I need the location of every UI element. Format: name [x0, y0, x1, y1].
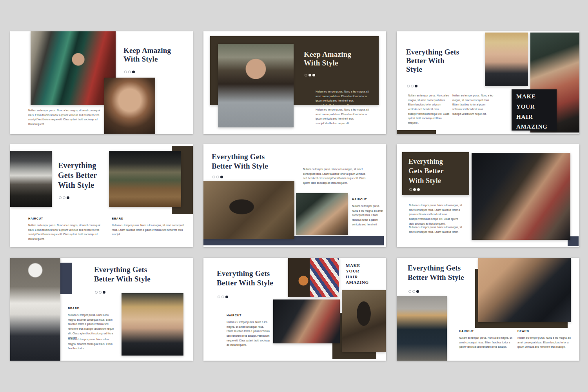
pagination-dots [212, 176, 223, 178]
pagination-dot [95, 291, 98, 294]
slide-title: Everything Gets Better With Style [58, 161, 113, 190]
section-heading-haircut: HAIRCUT [352, 198, 367, 201]
photo-blond-undercut-back [122, 293, 183, 356]
slide-thumbnail-3[interactable]: MAKE YOUR HAIR AMAZING Everything Gets B… [397, 31, 579, 134]
photo-beard-portrait [104, 78, 155, 134]
pagination-dot [412, 290, 415, 293]
photo-barber-cutting-hair [10, 151, 52, 207]
navy-accent-rect [60, 263, 72, 294]
pagination-dot [128, 71, 131, 73]
pagination-dot [221, 296, 224, 298]
pagination-dot [99, 291, 102, 294]
section-body-beard: Nullam eu tempor purus. Nunc a leo magna… [517, 336, 572, 349]
slide-thumbnail-8[interactable]: MAKE YOUR HAIR AMAZING Everything Gets B… [203, 258, 386, 361]
pagination-dot [103, 291, 105, 294]
pagination-dot [407, 85, 410, 87]
slide-thumbnail-2[interactable]: Keep Amazing With Style Nullam eu tempor… [203, 31, 386, 134]
slide-body-column-1: Nullam eu tempor purus. Nunc a leo magna… [408, 93, 450, 125]
slide-title: Everything Gets Better With Style [212, 152, 302, 171]
slide-thumbnail-9[interactable]: Everything Gets Better With Style HAIRCU… [397, 258, 579, 361]
pagination-dots [218, 296, 228, 298]
section-body-beard: Nullam eu tempor purus. Nunc a leo magna… [112, 223, 185, 237]
slide-title: Everything Gets Better With Style [408, 157, 467, 185]
pagination-dot [225, 296, 228, 298]
photo-clipper-haircut-tattoo [472, 153, 570, 240]
slide-thumbnail-5[interactable]: Everything Gets Better With Style Nullam… [203, 144, 386, 247]
slide-body-text: Nullam eu tempor purus. Nunc a leo magna… [28, 108, 100, 127]
slide-title: Everything Gets Better With Style [408, 263, 502, 283]
slide-grid-canvas: Keep Amazing With Style Nullam eu tempor… [0, 0, 588, 392]
pagination-dots [95, 291, 105, 294]
pagination-dot [416, 290, 419, 293]
section-body-haircut: Nullam eu tempor purus. Nunc a leo magna… [459, 336, 513, 349]
pagination-dot [216, 176, 219, 178]
pagination-dot [220, 176, 223, 178]
section-body-haircut: Nullam eu tempor purus. Nunc a leo magna… [28, 223, 102, 241]
brown-accent-bar [397, 130, 436, 134]
slide-thumbnail-7[interactable]: Everything Gets Better With Style BEARD … [10, 258, 193, 361]
pagination-dot [415, 85, 417, 87]
slide-title: Keep Amazing With Style [304, 50, 374, 67]
slide-body-text: Nullam eu tempor purus. Nunc a leo magna… [409, 225, 464, 234]
pagination-dot [409, 188, 412, 191]
pagination-dot [218, 296, 220, 298]
pagination-dot [305, 74, 307, 76]
pagination-dots [409, 188, 420, 191]
slide-thumbnail-4[interactable]: Everything Gets Better With Style HAIRCU… [10, 144, 193, 247]
slide-body-text: Nullam eu tempor purus. Nunc a leo magna… [316, 89, 373, 108]
section-heading-beard: BEARD [68, 307, 80, 310]
photo-clipper-haircut-tattoo [273, 299, 340, 343]
photo-graffiti-street-portrait [31, 31, 116, 105]
section-heading-beard: BEARD [112, 217, 123, 220]
pagination-dot [59, 196, 62, 199]
pagination-dot [67, 196, 69, 199]
section-heading-haircut: HAIRCUT [28, 217, 43, 220]
photo-barbershop-interior [109, 151, 181, 207]
slide-title: Everything Gets Better With Style [406, 48, 481, 74]
slide-thumbnail-6[interactable]: Everything Gets Better With Style Nullam… [397, 144, 579, 247]
section-heading-haircut: HAIRCUT [227, 314, 241, 317]
slide-title: Everything Gets Better With Style [94, 265, 184, 284]
pagination-dots [305, 74, 315, 76]
section-body-haircut: Nullam eu tempor purus. Nunc a leo magna… [352, 204, 386, 227]
pagination-dots [124, 71, 135, 73]
slide-body-text: Nullam eu tempor purus. Nunc a leo magna… [409, 203, 464, 226]
pagination-dots [59, 196, 69, 199]
slide-title: Keep Amazing With Style [123, 46, 190, 64]
section-body-haircut: Nullam eu tempor purus. Nunc a leo magna… [227, 320, 270, 347]
pagination-dot [63, 196, 65, 199]
photo-bearded-man-suspenders [218, 44, 294, 127]
photo-man-navy-tshirt-fence [397, 296, 447, 361]
slide-body-column-2: Nullam eu tempor purus. Nunc a leo magna… [452, 93, 494, 116]
section-heading-haircut: HAIRCUT [459, 329, 474, 333]
pagination-dots [407, 85, 417, 87]
slide-thumbnail-1[interactable]: Keep Amazing With Style Nullam eu tempor… [10, 31, 193, 134]
photo-blond-undercut-back [485, 33, 528, 86]
slide-body-text: Nullam eu tempor purus. Nunc a leo magna… [316, 107, 373, 126]
slide-body-text: Nullam eu tempor purus. Nunc a leo magna… [303, 167, 367, 185]
photo-barber-in-apron [10, 258, 60, 361]
pagination-dot [309, 74, 311, 76]
overlay-text: MAKE YOUR HAIR AMAZING [512, 89, 557, 132]
section-body-beard-2: Nullam eu tempor purus. Nunc a leo magna… [68, 337, 115, 351]
pagination-dot [411, 85, 414, 87]
section-body-beard: Nullam eu tempor purus. Nunc a leo magna… [68, 313, 115, 340]
pagination-dot [132, 71, 135, 73]
overlay-text-panel: MAKE YOUR HAIR AMAZING [512, 89, 557, 131]
overlay-text: MAKE YOUR HAIR AMAZING [346, 263, 386, 285]
section-heading-beard: BEARD [517, 329, 529, 333]
photo-straight-razor-shave [296, 193, 348, 235]
pagination-dots [408, 290, 419, 293]
photo-classic-pomade-tin [342, 290, 386, 352]
pagination-dot [413, 188, 416, 191]
pagination-dot [417, 188, 420, 191]
slide-title: Everything Gets Better With Style [217, 269, 307, 288]
photo-barber-tools-pomade [203, 181, 294, 239]
pagination-dot [124, 71, 127, 73]
pagination-dot [408, 290, 411, 293]
pagination-dot [312, 74, 315, 76]
pagination-dot [212, 176, 215, 178]
